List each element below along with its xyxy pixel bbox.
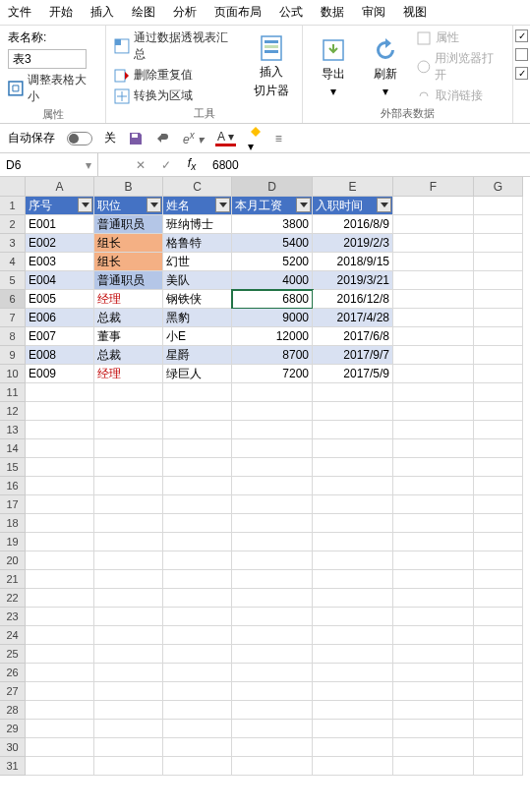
cell[interactable]: [393, 514, 474, 533]
cell[interactable]: [232, 682, 313, 701]
checkbox-1[interactable]: ✓: [515, 29, 528, 42]
cell[interactable]: [94, 383, 163, 402]
cell[interactable]: [232, 477, 313, 495]
cell[interactable]: [94, 439, 163, 458]
cell[interactable]: E001: [26, 215, 94, 234]
cell[interactable]: [313, 533, 393, 551]
cell[interactable]: [26, 608, 94, 626]
cell[interactable]: [26, 533, 94, 551]
cell[interactable]: [474, 458, 523, 477]
cell[interactable]: [163, 402, 232, 421]
cell[interactable]: 总裁: [94, 309, 163, 327]
col-header-A[interactable]: A: [26, 177, 94, 197]
cell[interactable]: [474, 421, 523, 439]
row-header[interactable]: 30: [0, 738, 26, 757]
menu-页面布局[interactable]: 页面布局: [214, 4, 262, 21]
filter-button[interactable]: [147, 198, 161, 212]
row-header[interactable]: 4: [0, 253, 26, 271]
cell[interactable]: [313, 402, 393, 421]
row-header[interactable]: 14: [0, 439, 26, 458]
cell[interactable]: [232, 589, 313, 608]
cell[interactable]: [474, 439, 523, 458]
cell[interactable]: [474, 645, 523, 664]
cell[interactable]: 2017/9/7: [313, 346, 393, 365]
cell[interactable]: [313, 682, 393, 701]
cell[interactable]: [393, 645, 474, 664]
row-header[interactable]: 19: [0, 533, 26, 551]
cell[interactable]: [313, 495, 393, 514]
border-icon[interactable]: ≡: [275, 132, 282, 145]
cell[interactable]: 序号: [26, 197, 94, 215]
cell[interactable]: [474, 701, 523, 720]
cell[interactable]: [232, 514, 313, 533]
checkbox-2[interactable]: [515, 48, 528, 61]
cell[interactable]: 黑豹: [163, 309, 232, 327]
row-header[interactable]: 11: [0, 383, 26, 402]
cell[interactable]: [393, 626, 474, 645]
col-header-B[interactable]: B: [94, 177, 163, 197]
cell[interactable]: 2017/4/28: [313, 309, 393, 327]
cell[interactable]: [313, 570, 393, 589]
cell[interactable]: [232, 402, 313, 421]
cell[interactable]: 姓名: [163, 197, 232, 215]
cell[interactable]: [163, 720, 232, 738]
cell[interactable]: [313, 720, 393, 738]
cell[interactable]: [474, 253, 523, 271]
cell[interactable]: [313, 701, 393, 720]
row-header[interactable]: 21: [0, 570, 26, 589]
cell[interactable]: 4000: [232, 271, 313, 290]
row-header[interactable]: 3: [0, 234, 26, 253]
cell[interactable]: [313, 551, 393, 570]
formula-input[interactable]: 6800: [205, 158, 530, 172]
cell[interactable]: [474, 234, 523, 253]
cell[interactable]: [232, 701, 313, 720]
cell[interactable]: [26, 701, 94, 720]
filter-button[interactable]: [296, 198, 311, 212]
cell[interactable]: [313, 514, 393, 533]
cell[interactable]: [94, 608, 163, 626]
cell[interactable]: 2018/9/15: [313, 253, 393, 271]
cell[interactable]: 总裁: [94, 346, 163, 365]
cell[interactable]: [393, 682, 474, 701]
cell[interactable]: [393, 458, 474, 477]
cell[interactable]: [393, 234, 474, 253]
cell[interactable]: [393, 327, 474, 346]
cell[interactable]: [163, 383, 232, 402]
cell[interactable]: [26, 495, 94, 514]
cell[interactable]: 绿巨人: [163, 365, 232, 383]
cell[interactable]: [474, 514, 523, 533]
cell[interactable]: [232, 608, 313, 626]
cell[interactable]: [474, 197, 523, 215]
row-header[interactable]: 16: [0, 477, 26, 495]
cell[interactable]: [94, 738, 163, 757]
row-header[interactable]: 20: [0, 551, 26, 570]
row-header[interactable]: 5: [0, 271, 26, 290]
cell[interactable]: [26, 738, 94, 757]
cell[interactable]: [163, 514, 232, 533]
cell[interactable]: [94, 458, 163, 477]
cell[interactable]: [163, 608, 232, 626]
row-header[interactable]: 9: [0, 346, 26, 365]
cell[interactable]: [474, 402, 523, 421]
cell[interactable]: 7200: [232, 365, 313, 383]
cell[interactable]: [313, 626, 393, 645]
row-header[interactable]: 8: [0, 327, 26, 346]
cell[interactable]: [163, 645, 232, 664]
cell[interactable]: [393, 215, 474, 234]
cell[interactable]: [94, 495, 163, 514]
cell[interactable]: [26, 645, 94, 664]
cell[interactable]: [94, 626, 163, 645]
cell[interactable]: [313, 589, 393, 608]
cell[interactable]: [232, 738, 313, 757]
cell[interactable]: [474, 570, 523, 589]
row-header[interactable]: 24: [0, 626, 26, 645]
cell[interactable]: [393, 365, 474, 383]
cell[interactable]: [163, 682, 232, 701]
row-header[interactable]: 27: [0, 682, 26, 701]
cell[interactable]: [313, 757, 393, 776]
cell[interactable]: [26, 720, 94, 738]
cell[interactable]: [313, 458, 393, 477]
cell[interactable]: [474, 346, 523, 365]
cell[interactable]: 6800: [232, 290, 313, 309]
cell[interactable]: 钢铁侠: [163, 290, 232, 309]
